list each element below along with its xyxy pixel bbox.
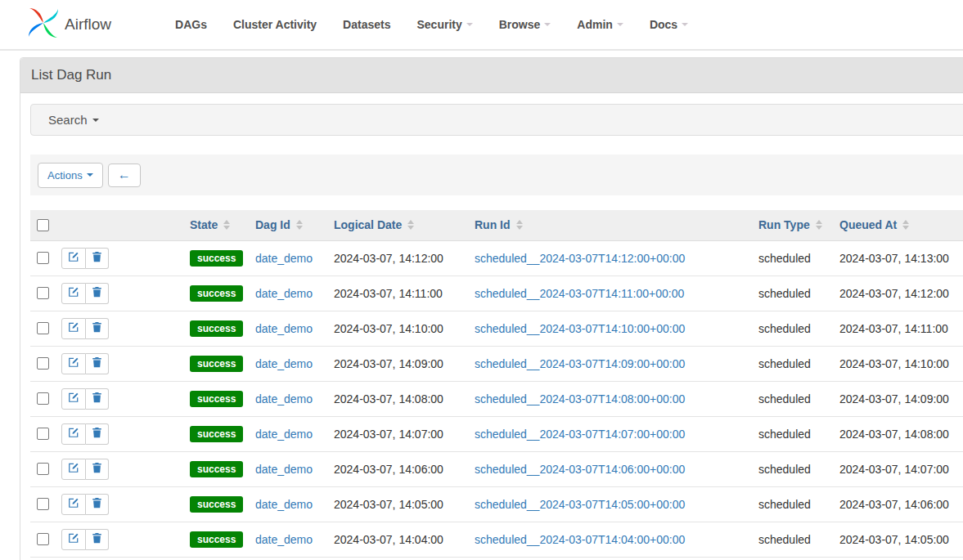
trash-icon bbox=[92, 356, 102, 370]
edit-record-button[interactable] bbox=[61, 388, 86, 410]
status-badge: success bbox=[190, 356, 243, 372]
row-checkbox[interactable] bbox=[37, 392, 49, 405]
sort-icon[interactable] bbox=[902, 220, 909, 230]
sort-icon[interactable] bbox=[816, 220, 822, 230]
run-id-link[interactable]: scheduled__2024-03-07T14:11:00+00:00 bbox=[475, 287, 684, 300]
sort-icon[interactable] bbox=[516, 220, 523, 230]
logical-date-cell: 2024-03-07, 14:06:00 bbox=[327, 451, 468, 486]
queued-at-cell: 2024-03-07, 14:12:00 bbox=[833, 276, 963, 311]
edit-icon bbox=[68, 462, 79, 476]
nav-item-dags[interactable]: DAGs bbox=[162, 0, 220, 49]
caret-down-icon bbox=[544, 23, 551, 26]
nav-item-datasets[interactable]: Datasets bbox=[330, 0, 403, 49]
dag-id-link[interactable]: date_demo bbox=[255, 428, 313, 441]
run-id-link[interactable]: scheduled__2024-03-07T14:04:00+00:00 bbox=[475, 533, 685, 546]
search-accordion-toggle[interactable]: Search bbox=[30, 104, 963, 136]
back-button[interactable]: ← bbox=[108, 164, 141, 187]
select-all-checkbox[interactable] bbox=[37, 219, 49, 231]
dag-id-link[interactable]: date_demo bbox=[255, 322, 313, 335]
trash-icon bbox=[92, 427, 102, 441]
run-id-link[interactable]: scheduled__2024-03-07T14:06:00+00:00 bbox=[475, 463, 685, 476]
row-checkbox[interactable] bbox=[37, 357, 49, 370]
nav-item-cluster-activity[interactable]: Cluster Activity bbox=[220, 0, 330, 49]
delete-record-button[interactable] bbox=[86, 423, 109, 445]
delete-record-button[interactable] bbox=[86, 459, 109, 480]
run-type-cell: scheduled bbox=[752, 416, 833, 451]
run-type-cell: scheduled bbox=[752, 486, 833, 522]
caret-down-icon bbox=[617, 23, 623, 26]
dag-id-link[interactable]: date_demo bbox=[255, 392, 313, 405]
queued-at-cell: 2024-03-07, 14:06:00 bbox=[833, 486, 963, 522]
row-checkbox[interactable] bbox=[37, 498, 49, 510]
edit-record-button[interactable] bbox=[61, 318, 86, 339]
run-id-link[interactable]: scheduled__2024-03-07T14:05:00+00:00 bbox=[475, 498, 685, 511]
run-id-link[interactable]: scheduled__2024-03-07T14:10:00+00:00 bbox=[475, 322, 685, 335]
column-header-queued-at[interactable]: Queued At bbox=[833, 210, 963, 240]
delete-record-button[interactable] bbox=[86, 353, 109, 374]
actions-dropdown-button[interactable]: Actions bbox=[38, 163, 103, 188]
row-checkbox[interactable] bbox=[37, 252, 49, 264]
edit-record-button[interactable] bbox=[61, 423, 86, 445]
airflow-brand[interactable]: Airflow bbox=[27, 7, 111, 43]
dag-id-link[interactable]: date_demo bbox=[255, 287, 313, 300]
logical-date-cell: 2024-03-07, 14:04:00 bbox=[327, 522, 468, 557]
airflow-logo-icon bbox=[27, 7, 60, 43]
nav-item-docs[interactable]: Docs bbox=[637, 0, 701, 49]
column-header-run-type[interactable]: Run Type bbox=[752, 210, 833, 240]
run-id-link[interactable]: scheduled__2024-03-07T14:07:00+00:00 bbox=[475, 428, 685, 441]
queued-at-cell: 2024-03-07, 14:08:00 bbox=[833, 416, 963, 451]
dag-id-link[interactable]: date_demo bbox=[255, 533, 313, 546]
column-header-state[interactable]: State bbox=[183, 210, 249, 240]
edit-record-button[interactable] bbox=[61, 494, 86, 515]
logical-date-cell: 2024-03-07, 14:10:00 bbox=[327, 311, 468, 346]
nav-item-admin[interactable]: Admin bbox=[564, 0, 637, 49]
edit-record-button[interactable] bbox=[61, 283, 86, 304]
status-badge: success bbox=[190, 320, 243, 337]
dag-id-link[interactable]: date_demo bbox=[255, 498, 313, 511]
edit-icon bbox=[68, 427, 79, 441]
row-checkbox[interactable] bbox=[37, 463, 49, 475]
edit-record-button[interactable] bbox=[61, 459, 86, 480]
nav-item-label: Browse bbox=[499, 18, 541, 31]
logical-date-cell: 2024-03-07, 14:05:00 bbox=[327, 486, 468, 522]
nav-item-security[interactable]: Security bbox=[403, 0, 485, 49]
status-badge: success bbox=[190, 391, 243, 407]
nav-item-browse[interactable]: Browse bbox=[486, 0, 565, 49]
edit-icon bbox=[68, 532, 79, 546]
delete-record-button[interactable] bbox=[86, 529, 109, 550]
run-type-cell: scheduled bbox=[752, 276, 833, 311]
column-header-logical-date[interactable]: Logical Date bbox=[327, 210, 468, 240]
edit-record-button[interactable] bbox=[61, 248, 86, 269]
run-id-link[interactable]: scheduled__2024-03-07T14:08:00+00:00 bbox=[475, 392, 685, 405]
run-id-link[interactable]: scheduled__2024-03-07T14:12:00+00:00 bbox=[475, 252, 685, 265]
row-checkbox[interactable] bbox=[37, 287, 49, 299]
row-checkbox[interactable] bbox=[37, 428, 49, 440]
sort-icon[interactable] bbox=[296, 220, 303, 230]
delete-record-button[interactable] bbox=[86, 318, 109, 339]
row-checkbox[interactable] bbox=[37, 533, 49, 545]
delete-record-button[interactable] bbox=[86, 494, 109, 515]
brand-title: Airflow bbox=[65, 16, 111, 34]
edit-record-button[interactable] bbox=[61, 529, 86, 550]
edit-icon bbox=[68, 392, 79, 405]
edit-icon bbox=[68, 497, 79, 511]
logical-date-cell: 2024-03-07, 14:03:00 bbox=[327, 557, 468, 560]
delete-record-button[interactable] bbox=[86, 248, 109, 269]
column-header-run-id[interactable]: Run Id bbox=[468, 210, 752, 240]
queued-at-cell: 2024-03-07, 14:10:00 bbox=[833, 346, 963, 381]
edit-record-button[interactable] bbox=[61, 353, 86, 374]
column-header-dag-id[interactable]: Dag Id bbox=[249, 210, 327, 240]
navbar: Airflow DAGs Cluster Activity Datasets S… bbox=[0, 0, 963, 51]
queued-at-cell: 2024-03-07, 14:13:00 bbox=[833, 240, 963, 276]
dag-id-link[interactable]: date_demo bbox=[255, 463, 313, 476]
dag-id-link[interactable]: date_demo bbox=[255, 357, 313, 370]
row-checkbox[interactable] bbox=[37, 322, 49, 334]
delete-record-button[interactable] bbox=[86, 388, 109, 410]
run-id-link[interactable]: scheduled__2024-03-07T14:09:00+00:00 bbox=[475, 357, 685, 370]
trash-icon bbox=[92, 392, 102, 405]
edit-icon bbox=[68, 251, 79, 265]
sort-icon[interactable] bbox=[223, 220, 230, 230]
sort-icon[interactable] bbox=[407, 220, 414, 230]
dag-id-link[interactable]: date_demo bbox=[255, 252, 313, 265]
delete-record-button[interactable] bbox=[86, 283, 109, 304]
